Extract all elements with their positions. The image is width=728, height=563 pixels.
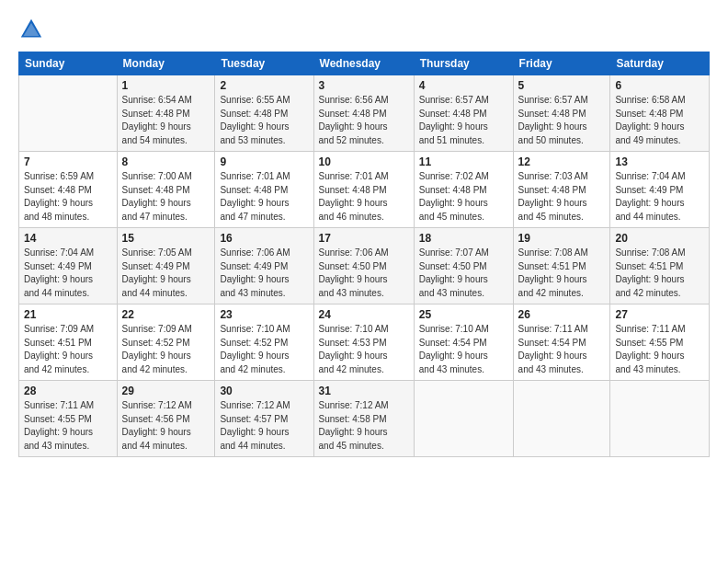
calendar-cell: 16Sunrise: 7:06 AM Sunset: 4:49 PM Dayli…	[215, 228, 313, 304]
day-number: 15	[122, 232, 210, 245]
day-number: 19	[518, 232, 606, 245]
day-number: 18	[419, 232, 508, 245]
day-info: Sunrise: 7:10 AM Sunset: 4:53 PM Dayligh…	[319, 323, 409, 376]
day-number: 6	[615, 79, 704, 92]
day-info: Sunrise: 7:12 AM Sunset: 4:58 PM Dayligh…	[319, 399, 409, 453]
day-number: 12	[518, 155, 606, 168]
calendar-cell: 13Sunrise: 7:04 AM Sunset: 4:49 PM Dayli…	[610, 152, 710, 228]
calendar-cell	[513, 381, 610, 457]
day-number: 8	[122, 155, 210, 168]
calendar-cell: 6Sunrise: 6:58 AM Sunset: 4:48 PM Daylig…	[610, 75, 710, 152]
calendar-cell: 27Sunrise: 7:11 AM Sunset: 4:55 PM Dayli…	[610, 304, 710, 381]
day-info: Sunrise: 7:08 AM Sunset: 4:51 PM Dayligh…	[615, 247, 704, 300]
calendar-cell: 1Sunrise: 6:54 AM Sunset: 4:48 PM Daylig…	[117, 75, 215, 152]
calendar-week: 7Sunrise: 6:59 AM Sunset: 4:48 PM Daylig…	[19, 152, 710, 228]
day-number: 13	[615, 155, 704, 168]
calendar-cell	[19, 75, 118, 152]
day-info: Sunrise: 7:06 AM Sunset: 4:49 PM Dayligh…	[220, 247, 308, 300]
day-number: 25	[419, 308, 508, 321]
day-number: 1	[122, 79, 210, 92]
day-number: 14	[24, 232, 112, 245]
calendar-cell: 31Sunrise: 7:12 AM Sunset: 4:58 PM Dayli…	[313, 381, 414, 457]
day-number: 22	[122, 308, 210, 321]
day-info: Sunrise: 6:56 AM Sunset: 4:48 PM Dayligh…	[319, 94, 409, 147]
weekday-header: Thursday	[414, 52, 513, 75]
day-number: 23	[220, 308, 308, 321]
calendar-week: 28Sunrise: 7:11 AM Sunset: 4:55 PM Dayli…	[19, 381, 710, 457]
day-number: 21	[24, 308, 112, 321]
calendar-cell: 10Sunrise: 7:01 AM Sunset: 4:48 PM Dayli…	[313, 152, 414, 228]
day-number: 31	[319, 385, 409, 397]
day-info: Sunrise: 7:09 AM Sunset: 4:52 PM Dayligh…	[122, 323, 210, 376]
page: SundayMondayTuesdayWednesdayThursdayFrid…	[0, 0, 728, 563]
calendar-cell: 3Sunrise: 6:56 AM Sunset: 4:48 PM Daylig…	[313, 75, 414, 152]
day-info: Sunrise: 6:58 AM Sunset: 4:48 PM Dayligh…	[615, 94, 704, 147]
calendar: SundayMondayTuesdayWednesdayThursdayFrid…	[18, 52, 710, 457]
calendar-cell: 11Sunrise: 7:02 AM Sunset: 4:48 PM Dayli…	[414, 152, 513, 228]
day-number: 17	[319, 232, 409, 245]
calendar-cell: 20Sunrise: 7:08 AM Sunset: 4:51 PM Dayli…	[610, 228, 710, 304]
calendar-cell: 29Sunrise: 7:12 AM Sunset: 4:56 PM Dayli…	[117, 381, 215, 457]
header	[18, 17, 710, 42]
calendar-cell	[610, 381, 710, 457]
calendar-cell: 23Sunrise: 7:10 AM Sunset: 4:52 PM Dayli…	[215, 304, 313, 381]
calendar-cell: 15Sunrise: 7:05 AM Sunset: 4:49 PM Dayli…	[117, 228, 215, 304]
day-number: 5	[518, 79, 606, 92]
weekday-header: Wednesday	[313, 52, 414, 75]
calendar-cell: 22Sunrise: 7:09 AM Sunset: 4:52 PM Dayli…	[117, 304, 215, 381]
weekday-header: Tuesday	[215, 52, 313, 75]
day-number: 29	[122, 385, 210, 397]
day-info: Sunrise: 7:01 AM Sunset: 4:48 PM Dayligh…	[319, 170, 409, 224]
day-info: Sunrise: 6:55 AM Sunset: 4:48 PM Dayligh…	[220, 94, 308, 147]
day-info: Sunrise: 7:02 AM Sunset: 4:48 PM Dayligh…	[419, 170, 508, 224]
logo-icon	[18, 17, 44, 42]
day-info: Sunrise: 7:09 AM Sunset: 4:51 PM Dayligh…	[24, 323, 112, 376]
day-number: 26	[518, 308, 606, 321]
day-number: 9	[220, 155, 308, 168]
day-number: 16	[220, 232, 308, 245]
day-number: 7	[24, 155, 112, 168]
calendar-cell: 9Sunrise: 7:01 AM Sunset: 4:48 PM Daylig…	[215, 152, 313, 228]
calendar-cell: 18Sunrise: 7:07 AM Sunset: 4:50 PM Dayli…	[414, 228, 513, 304]
day-number: 27	[615, 308, 704, 321]
weekday-header: Saturday	[610, 52, 710, 75]
day-info: Sunrise: 7:04 AM Sunset: 4:49 PM Dayligh…	[24, 247, 112, 300]
day-info: Sunrise: 7:03 AM Sunset: 4:48 PM Dayligh…	[518, 170, 606, 224]
calendar-cell: 25Sunrise: 7:10 AM Sunset: 4:54 PM Dayli…	[414, 304, 513, 381]
calendar-header: SundayMondayTuesdayWednesdayThursdayFrid…	[19, 52, 710, 75]
calendar-cell: 5Sunrise: 6:57 AM Sunset: 4:48 PM Daylig…	[513, 75, 610, 152]
calendar-body: 1Sunrise: 6:54 AM Sunset: 4:48 PM Daylig…	[19, 75, 710, 457]
day-number: 28	[24, 385, 112, 397]
day-info: Sunrise: 7:00 AM Sunset: 4:48 PM Dayligh…	[122, 170, 210, 224]
calendar-cell: 26Sunrise: 7:11 AM Sunset: 4:54 PM Dayli…	[513, 304, 610, 381]
day-info: Sunrise: 6:57 AM Sunset: 4:48 PM Dayligh…	[419, 94, 508, 147]
day-info: Sunrise: 7:04 AM Sunset: 4:49 PM Dayligh…	[615, 170, 704, 224]
day-number: 4	[419, 79, 508, 92]
calendar-cell: 24Sunrise: 7:10 AM Sunset: 4:53 PM Dayli…	[313, 304, 414, 381]
day-info: Sunrise: 7:06 AM Sunset: 4:50 PM Dayligh…	[319, 247, 409, 300]
weekday-row: SundayMondayTuesdayWednesdayThursdayFrid…	[19, 52, 710, 75]
calendar-cell: 30Sunrise: 7:12 AM Sunset: 4:57 PM Dayli…	[215, 381, 313, 457]
calendar-cell: 14Sunrise: 7:04 AM Sunset: 4:49 PM Dayli…	[19, 228, 118, 304]
day-info: Sunrise: 7:11 AM Sunset: 4:55 PM Dayligh…	[615, 323, 704, 376]
weekday-header: Sunday	[19, 52, 118, 75]
calendar-cell: 8Sunrise: 7:00 AM Sunset: 4:48 PM Daylig…	[117, 152, 215, 228]
calendar-week: 21Sunrise: 7:09 AM Sunset: 4:51 PM Dayli…	[19, 304, 710, 381]
day-info: Sunrise: 7:08 AM Sunset: 4:51 PM Dayligh…	[518, 247, 606, 300]
logo	[18, 17, 48, 42]
calendar-cell: 12Sunrise: 7:03 AM Sunset: 4:48 PM Dayli…	[513, 152, 610, 228]
day-info: Sunrise: 7:05 AM Sunset: 4:49 PM Dayligh…	[122, 247, 210, 300]
day-info: Sunrise: 6:54 AM Sunset: 4:48 PM Dayligh…	[122, 94, 210, 147]
calendar-week: 1Sunrise: 6:54 AM Sunset: 4:48 PM Daylig…	[19, 75, 710, 152]
day-info: Sunrise: 7:01 AM Sunset: 4:48 PM Dayligh…	[220, 170, 308, 224]
day-info: Sunrise: 7:11 AM Sunset: 4:54 PM Dayligh…	[518, 323, 606, 376]
day-info: Sunrise: 7:11 AM Sunset: 4:55 PM Dayligh…	[24, 399, 112, 453]
day-number: 2	[220, 79, 308, 92]
day-number: 11	[419, 155, 508, 168]
day-info: Sunrise: 7:10 AM Sunset: 4:54 PM Dayligh…	[419, 323, 508, 376]
day-info: Sunrise: 7:12 AM Sunset: 4:56 PM Dayligh…	[122, 399, 210, 453]
day-info: Sunrise: 6:57 AM Sunset: 4:48 PM Dayligh…	[518, 94, 606, 147]
calendar-cell: 28Sunrise: 7:11 AM Sunset: 4:55 PM Dayli…	[19, 381, 118, 457]
day-info: Sunrise: 7:07 AM Sunset: 4:50 PM Dayligh…	[419, 247, 508, 300]
weekday-header: Friday	[513, 52, 610, 75]
